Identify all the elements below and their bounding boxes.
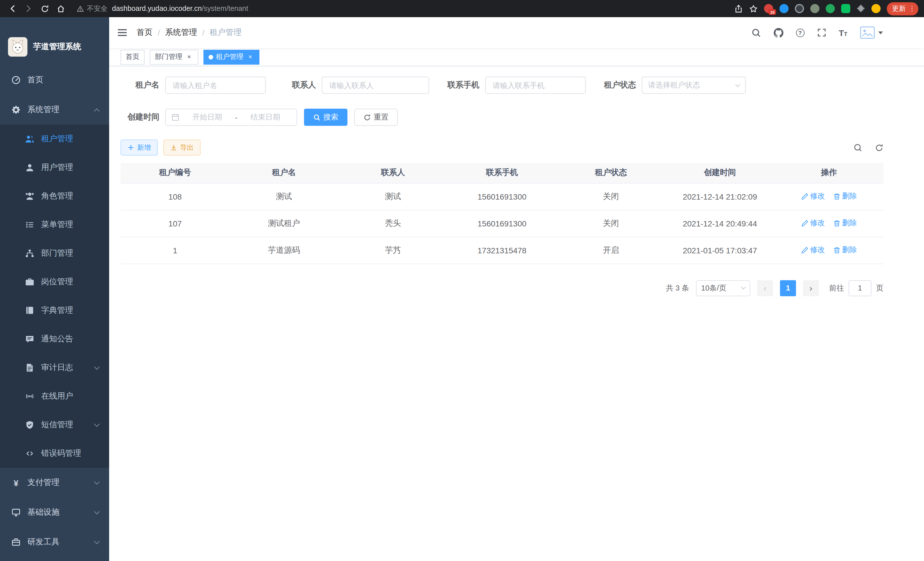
help-button[interactable]: ?	[796, 28, 804, 37]
sidebar-item-post[interactable]: 岗位管理	[0, 268, 109, 296]
search-button-label: 搜索	[323, 112, 338, 122]
gear-icon	[11, 105, 21, 114]
delete-button[interactable]: 删除	[833, 218, 857, 229]
delete-button[interactable]: 删除	[833, 191, 857, 202]
add-button[interactable]: 新增	[121, 140, 158, 156]
table-row: 108 测试 测试 15601691300 关闭 2021-12-14 21:0…	[121, 183, 884, 210]
reset-button[interactable]: 重置	[354, 109, 398, 126]
extension-icon[interactable]	[795, 4, 804, 13]
extension-icon[interactable]	[779, 4, 789, 13]
sidebar-item-dept[interactable]: 部门管理	[0, 239, 109, 268]
screen: 不安全 dashboard.yudao.iocoder.cn/system/te…	[0, 0, 924, 561]
home-button[interactable]	[54, 2, 68, 15]
breadcrumb-separator: /	[158, 28, 160, 37]
sidebar-item-dict[interactable]: 字典管理	[0, 296, 109, 325]
browser-menu-icon[interactable]: ⋮	[909, 5, 915, 13]
extension-icon[interactable]	[810, 4, 819, 13]
chrome-update-button[interactable]: 更新⋮	[887, 2, 918, 15]
collapse-sidebar-button[interactable]	[117, 28, 128, 37]
edit-label: 修改	[810, 245, 825, 255]
sidebar: 芋道管理系统 首页 系统管理 租户管理 用户管理	[0, 17, 109, 561]
toggle-search-button[interactable]	[854, 143, 862, 152]
edit-button[interactable]: 修改	[801, 245, 825, 255]
back-button[interactable]	[6, 2, 20, 15]
extension-icon[interactable]	[841, 4, 850, 13]
date-range-picker[interactable]: 开始日期 - 结束日期	[165, 109, 297, 126]
user-menu[interactable]	[860, 26, 883, 39]
close-tab-icon[interactable]: ×	[246, 53, 254, 61]
page-number-button[interactable]: 1	[780, 280, 796, 296]
refresh-table-button[interactable]	[875, 143, 884, 152]
extensions-puzzle-icon[interactable]	[856, 4, 865, 13]
header-search-button[interactable]	[751, 28, 761, 38]
table-row: 107 测试租户 秃头 15601691300 关闭 2021-12-14 20…	[121, 210, 884, 237]
add-button-label: 新增	[137, 143, 151, 152]
search-button[interactable]: 搜索	[304, 109, 347, 126]
created-cell: 2021-12-14 21:02:09	[665, 183, 774, 210]
sidebar-item-role[interactable]: 角色管理	[0, 182, 109, 211]
refresh-icon	[875, 143, 884, 152]
edit-button[interactable]: 修改	[801, 218, 825, 229]
sidebar-item-pay[interactable]: ¥ 支付管理	[0, 468, 109, 498]
sidebar-item-auditlog[interactable]: 审计日志	[0, 353, 109, 382]
chevron-down-icon	[94, 508, 100, 514]
export-button[interactable]: 导出	[164, 140, 201, 156]
contact-label: 联系人	[277, 80, 316, 90]
goto-label: 前往	[829, 283, 844, 293]
extension-icon[interactable]	[826, 4, 835, 13]
status-label: 租户状态	[597, 80, 636, 90]
dashboard-icon	[11, 75, 21, 85]
delete-button[interactable]: 删除	[833, 245, 857, 255]
sidebar-item-tenant[interactable]: 租户管理	[0, 125, 109, 153]
sidebar-item-online[interactable]: 在线用户	[0, 382, 109, 411]
contact-input[interactable]	[322, 77, 429, 94]
font-size-button[interactable]: TT	[838, 28, 848, 37]
goto-page-input[interactable]	[849, 280, 872, 296]
share-button[interactable]	[734, 4, 743, 13]
caret-down-icon	[878, 31, 883, 34]
breadcrumb-home[interactable]: 首页	[136, 27, 153, 38]
github-button[interactable]	[773, 28, 783, 38]
sidebar-item-errorcode[interactable]: 错误码管理	[0, 439, 109, 468]
sidebar-item-menu[interactable]: 菜单管理	[0, 211, 109, 239]
fullscreen-button[interactable]	[817, 28, 826, 37]
prev-page-button[interactable]: ‹	[757, 280, 773, 296]
close-tab-icon[interactable]: ×	[185, 53, 193, 61]
edit-button[interactable]: 修改	[801, 191, 825, 202]
reload-icon	[40, 4, 49, 13]
app-logo[interactable]: 芋道管理系统	[0, 17, 109, 65]
search-icon	[751, 28, 761, 38]
message-icon	[25, 335, 34, 344]
sidebar-item-system[interactable]: 系统管理	[0, 95, 109, 125]
sidebar-item-infra[interactable]: 基础设施	[0, 498, 109, 527]
table-toolbar: 新增 导出	[121, 140, 884, 156]
table-header-row: 租户编号 租户名 联系人 联系手机 租户状态 创建时间 操作	[121, 163, 884, 183]
phone-input[interactable]	[485, 77, 586, 94]
sidebar-item-label: 在线用户	[41, 391, 73, 402]
bookmark-button[interactable]	[749, 4, 758, 13]
page-size-select[interactable]: 10条/页	[696, 280, 750, 296]
actions-cell: 修改删除	[774, 183, 884, 210]
address-bar[interactable]: 不安全 dashboard.yudao.iocoder.cn/system/te…	[76, 4, 725, 14]
sidebar-item-devtools[interactable]: 研发工具	[0, 527, 109, 557]
tab-tenant[interactable]: 租户管理×	[203, 50, 260, 64]
sidebar-item-user[interactable]: 用户管理	[0, 153, 109, 182]
sidebar-item-home[interactable]: 首页	[0, 65, 109, 95]
search-icon	[313, 114, 321, 121]
col-tenant-id: 租户编号	[121, 163, 230, 183]
col-status: 租户状态	[556, 163, 665, 183]
status-select[interactable]: 请选择租户状态	[642, 77, 746, 94]
extension-icon[interactable]	[872, 4, 880, 13]
chevron-down-icon	[94, 479, 100, 484]
sidebar-item-sms[interactable]: 短信管理	[0, 411, 109, 439]
tab-home[interactable]: 首页	[121, 50, 145, 64]
next-page-button[interactable]: ›	[803, 280, 819, 296]
extension-icon[interactable]: 10	[764, 4, 773, 13]
tenant-id-cell: 107	[121, 210, 230, 237]
forward-button[interactable]	[22, 2, 35, 15]
tenant-name-input[interactable]	[165, 77, 266, 94]
reload-button[interactable]	[38, 2, 51, 15]
tab-dept[interactable]: 部门管理×	[150, 50, 198, 64]
sidebar-item-notice[interactable]: 通知公告	[0, 325, 109, 353]
breadcrumb-separator: /	[202, 28, 205, 37]
